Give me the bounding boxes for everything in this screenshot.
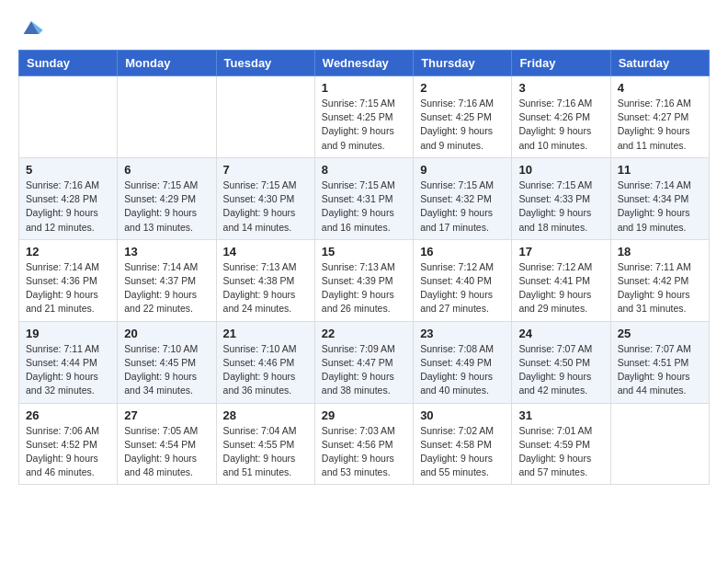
calendar-cell <box>118 76 216 158</box>
day-number: 18 <box>618 245 702 259</box>
weekday-header-thursday: Thursday <box>414 51 512 76</box>
day-number: 8 <box>322 163 406 177</box>
calendar-cell: 13Sunrise: 7:14 AM Sunset: 4:37 PM Dayli… <box>118 239 216 321</box>
weekday-header-monday: Monday <box>118 51 216 76</box>
day-number: 29 <box>322 408 406 422</box>
calendar-header: SundayMondayTuesdayWednesdayThursdayFrid… <box>19 51 710 76</box>
calendar-week-1: 1Sunrise: 7:15 AM Sunset: 4:25 PM Daylig… <box>19 76 710 158</box>
calendar-cell: 9Sunrise: 7:15 AM Sunset: 4:32 PM Daylig… <box>414 157 512 239</box>
calendar-cell <box>216 76 314 158</box>
day-info: Sunrise: 7:04 AM Sunset: 4:55 PM Dayligh… <box>223 424 308 480</box>
calendar-cell: 5Sunrise: 7:16 AM Sunset: 4:28 PM Daylig… <box>19 157 118 239</box>
day-info: Sunrise: 7:15 AM Sunset: 4:32 PM Dayligh… <box>420 178 505 235</box>
calendar-cell: 30Sunrise: 7:02 AM Sunset: 4:58 PM Dayli… <box>414 403 512 485</box>
day-number: 25 <box>618 327 702 340</box>
day-info: Sunrise: 7:05 AM Sunset: 4:54 PM Dayligh… <box>124 424 209 480</box>
day-number: 21 <box>223 327 308 340</box>
logo-icon <box>18 15 44 40</box>
page: SundayMondayTuesdayWednesdayThursdayFrid… <box>0 0 728 563</box>
calendar-cell: 31Sunrise: 7:01 AM Sunset: 4:59 PM Dayli… <box>512 403 610 485</box>
day-number: 20 <box>124 327 209 340</box>
weekday-header-wednesday: Wednesday <box>314 51 413 76</box>
day-number: 11 <box>618 163 702 177</box>
calendar-cell: 19Sunrise: 7:11 AM Sunset: 4:44 PM Dayli… <box>19 321 118 403</box>
day-number: 19 <box>26 327 110 340</box>
day-number: 10 <box>518 163 603 177</box>
weekday-header-sunday: Sunday <box>19 51 118 76</box>
calendar-cell: 22Sunrise: 7:09 AM Sunset: 4:47 PM Dayli… <box>314 321 413 403</box>
day-info: Sunrise: 7:15 AM Sunset: 4:25 PM Dayligh… <box>322 97 406 153</box>
day-number: 1 <box>322 81 406 95</box>
day-info: Sunrise: 7:12 AM Sunset: 4:40 PM Dayligh… <box>420 260 505 316</box>
day-info: Sunrise: 7:07 AM Sunset: 4:51 PM Dayligh… <box>618 342 702 398</box>
calendar-body: 1Sunrise: 7:15 AM Sunset: 4:25 PM Daylig… <box>19 76 710 485</box>
day-info: Sunrise: 7:14 AM Sunset: 4:37 PM Dayligh… <box>124 260 209 316</box>
day-number: 28 <box>223 408 308 422</box>
calendar-cell: 17Sunrise: 7:12 AM Sunset: 4:41 PM Dayli… <box>512 239 610 321</box>
calendar-cell: 7Sunrise: 7:15 AM Sunset: 4:30 PM Daylig… <box>216 157 314 239</box>
day-number: 4 <box>618 81 702 95</box>
day-info: Sunrise: 7:16 AM Sunset: 4:25 PM Dayligh… <box>420 97 505 153</box>
day-info: Sunrise: 7:10 AM Sunset: 4:45 PM Dayligh… <box>124 342 209 398</box>
calendar-cell: 27Sunrise: 7:05 AM Sunset: 4:54 PM Dayli… <box>118 403 216 485</box>
day-number: 23 <box>420 327 505 340</box>
calendar-cell: 20Sunrise: 7:10 AM Sunset: 4:45 PM Dayli… <box>118 321 216 403</box>
calendar-table: SundayMondayTuesdayWednesdayThursdayFrid… <box>18 50 710 485</box>
day-info: Sunrise: 7:01 AM Sunset: 4:59 PM Dayligh… <box>518 424 603 480</box>
calendar-cell: 10Sunrise: 7:15 AM Sunset: 4:33 PM Dayli… <box>512 157 610 239</box>
calendar-cell: 4Sunrise: 7:16 AM Sunset: 4:27 PM Daylig… <box>610 76 709 158</box>
day-number: 15 <box>322 245 406 259</box>
calendar-cell: 14Sunrise: 7:13 AM Sunset: 4:38 PM Dayli… <box>216 239 314 321</box>
calendar-cell <box>19 76 118 158</box>
day-info: Sunrise: 7:08 AM Sunset: 4:49 PM Dayligh… <box>420 342 505 398</box>
calendar-cell: 24Sunrise: 7:07 AM Sunset: 4:50 PM Dayli… <box>512 321 610 403</box>
day-info: Sunrise: 7:06 AM Sunset: 4:52 PM Dayligh… <box>26 424 110 480</box>
day-number: 16 <box>420 245 505 259</box>
day-number: 24 <box>518 327 603 340</box>
calendar-week-2: 5Sunrise: 7:16 AM Sunset: 4:28 PM Daylig… <box>19 157 710 239</box>
weekday-header-tuesday: Tuesday <box>216 51 314 76</box>
calendar-cell: 3Sunrise: 7:16 AM Sunset: 4:26 PM Daylig… <box>512 76 610 158</box>
calendar-cell: 11Sunrise: 7:14 AM Sunset: 4:34 PM Dayli… <box>610 157 709 239</box>
day-number: 30 <box>420 408 505 422</box>
day-info: Sunrise: 7:13 AM Sunset: 4:38 PM Dayligh… <box>223 260 308 316</box>
day-number: 17 <box>518 245 603 259</box>
calendar-cell: 23Sunrise: 7:08 AM Sunset: 4:49 PM Dayli… <box>414 321 512 403</box>
calendar-cell: 16Sunrise: 7:12 AM Sunset: 4:40 PM Dayli… <box>414 239 512 321</box>
day-info: Sunrise: 7:13 AM Sunset: 4:39 PM Dayligh… <box>322 260 406 316</box>
day-info: Sunrise: 7:15 AM Sunset: 4:29 PM Dayligh… <box>124 178 209 235</box>
day-number: 5 <box>26 163 110 177</box>
calendar-cell: 29Sunrise: 7:03 AM Sunset: 4:56 PM Dayli… <box>314 403 413 485</box>
day-info: Sunrise: 7:11 AM Sunset: 4:42 PM Dayligh… <box>618 260 702 316</box>
calendar-week-3: 12Sunrise: 7:14 AM Sunset: 4:36 PM Dayli… <box>19 239 710 321</box>
day-number: 27 <box>124 408 209 422</box>
weekday-header-friday: Friday <box>512 51 610 76</box>
day-info: Sunrise: 7:09 AM Sunset: 4:47 PM Dayligh… <box>322 342 406 398</box>
calendar-cell: 2Sunrise: 7:16 AM Sunset: 4:25 PM Daylig… <box>414 76 512 158</box>
day-number: 6 <box>124 163 209 177</box>
calendar-cell: 15Sunrise: 7:13 AM Sunset: 4:39 PM Dayli… <box>314 239 413 321</box>
calendar-cell <box>610 403 709 485</box>
calendar-cell: 6Sunrise: 7:15 AM Sunset: 4:29 PM Daylig… <box>118 157 216 239</box>
day-info: Sunrise: 7:15 AM Sunset: 4:33 PM Dayligh… <box>518 178 603 235</box>
header <box>18 15 710 40</box>
logo <box>18 15 46 40</box>
day-info: Sunrise: 7:15 AM Sunset: 4:31 PM Dayligh… <box>322 178 406 235</box>
day-info: Sunrise: 7:07 AM Sunset: 4:50 PM Dayligh… <box>518 342 603 398</box>
weekday-header-saturday: Saturday <box>610 51 709 76</box>
calendar-cell: 12Sunrise: 7:14 AM Sunset: 4:36 PM Dayli… <box>19 239 118 321</box>
day-number: 14 <box>223 245 308 259</box>
day-number: 26 <box>26 408 110 422</box>
calendar-cell: 25Sunrise: 7:07 AM Sunset: 4:51 PM Dayli… <box>610 321 709 403</box>
calendar-cell: 21Sunrise: 7:10 AM Sunset: 4:46 PM Dayli… <box>216 321 314 403</box>
day-number: 7 <box>223 163 308 177</box>
day-info: Sunrise: 7:10 AM Sunset: 4:46 PM Dayligh… <box>223 342 308 398</box>
day-info: Sunrise: 7:16 AM Sunset: 4:27 PM Dayligh… <box>618 97 702 153</box>
day-number: 22 <box>322 327 406 340</box>
day-number: 9 <box>420 163 505 177</box>
day-info: Sunrise: 7:16 AM Sunset: 4:26 PM Dayligh… <box>518 97 603 153</box>
calendar-cell: 1Sunrise: 7:15 AM Sunset: 4:25 PM Daylig… <box>314 76 413 158</box>
day-info: Sunrise: 7:03 AM Sunset: 4:56 PM Dayligh… <box>322 424 406 480</box>
calendar-week-5: 26Sunrise: 7:06 AM Sunset: 4:52 PM Dayli… <box>19 403 710 485</box>
calendar-cell: 8Sunrise: 7:15 AM Sunset: 4:31 PM Daylig… <box>314 157 413 239</box>
